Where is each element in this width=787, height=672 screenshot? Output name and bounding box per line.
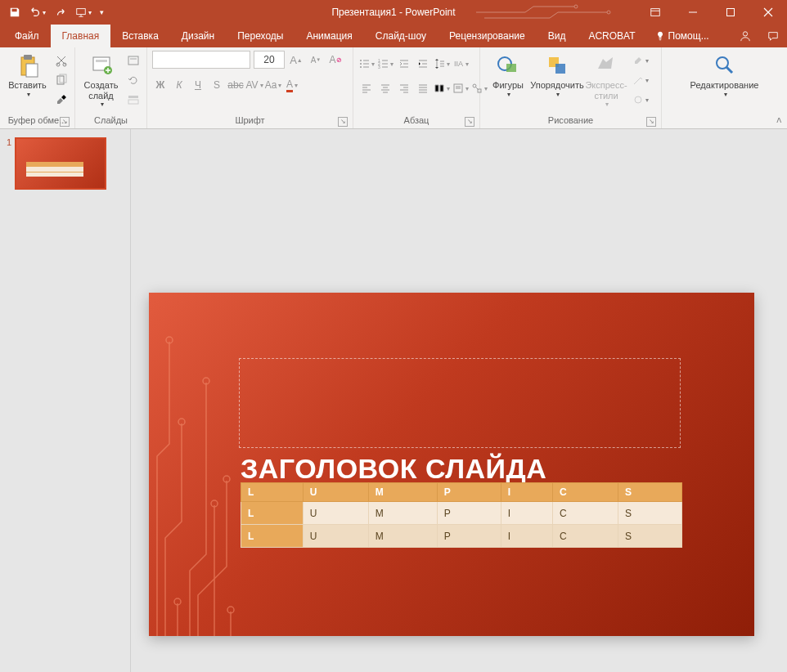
font-dialog-launcher[interactable]: ↘ <box>338 117 348 127</box>
undo-button[interactable] <box>28 2 47 22</box>
table-cell[interactable]: C <box>553 525 618 548</box>
align-left-button[interactable] <box>358 80 375 96</box>
table-cell[interactable]: S <box>618 525 682 548</box>
copy-icon <box>55 74 68 87</box>
redo-button[interactable] <box>51 2 70 22</box>
collapse-ribbon-button[interactable]: ʌ <box>776 114 782 125</box>
table-cell[interactable]: U <box>303 502 368 525</box>
numbering-button[interactable]: 123 <box>377 56 394 72</box>
align-text-button[interactable] <box>452 80 469 96</box>
tab-home[interactable]: Главная <box>51 25 111 47</box>
font-color-button[interactable]: A <box>284 77 300 93</box>
table-cell[interactable]: I <box>501 502 552 525</box>
underline-button[interactable]: Ч <box>190 77 206 93</box>
outdent-icon <box>398 58 410 69</box>
slide-section-button[interactable] <box>125 92 142 108</box>
slide[interactable]: ЗАГОЛОВОК СЛАЙДА L U M P I C S L U M P I <box>149 293 754 636</box>
shrink-font-button[interactable]: A▼ <box>308 52 324 68</box>
line-spacing-button[interactable] <box>434 56 450 72</box>
table-cell[interactable]: U <box>303 525 368 548</box>
table-cell[interactable]: L <box>241 483 304 502</box>
start-from-beginning-button[interactable] <box>74 2 93 22</box>
table-cell[interactable]: C <box>553 502 618 525</box>
title-placeholder[interactable] <box>239 358 681 448</box>
ribbon: Вставить Буфер обме...↘ Создать слайд Сл… <box>0 47 787 129</box>
tab-transitions[interactable]: Переходы <box>226 25 295 47</box>
table-cell[interactable]: P <box>437 525 501 548</box>
ribbon-display-button[interactable] <box>636 0 674 25</box>
maximize-button[interactable] <box>712 0 749 25</box>
align-center-button[interactable] <box>377 80 394 96</box>
columns-button[interactable] <box>434 80 450 96</box>
tab-view[interactable]: Вид <box>537 25 578 47</box>
bullets-button[interactable] <box>358 56 375 72</box>
quick-styles-button[interactable]: Экспресс-стили <box>583 51 629 108</box>
arrange-button[interactable]: Упорядочить <box>534 51 580 98</box>
table-cell[interactable]: U <box>303 483 368 502</box>
find-icon <box>712 52 738 78</box>
qat-customize-button[interactable]: ▾ <box>97 2 106 22</box>
new-slide-button[interactable]: Создать слайд <box>80 51 122 108</box>
bold-button[interactable]: Ж <box>152 77 169 93</box>
slide-canvas-area[interactable]: ЗАГОЛОВОК СЛАЙДА L U M P I C S L U M P I <box>131 129 787 672</box>
table-cell[interactable]: S <box>618 502 682 525</box>
tab-animations[interactable]: Анимация <box>295 25 363 47</box>
table-cell[interactable]: L <box>241 502 304 525</box>
table-cell[interactable]: L <box>241 525 304 548</box>
font-size-input[interactable] <box>254 51 285 69</box>
shape-fill-button[interactable] <box>632 52 649 69</box>
table-cell[interactable]: M <box>368 483 437 502</box>
table-cell[interactable]: M <box>368 502 437 525</box>
copy-button[interactable] <box>53 72 70 88</box>
tab-design[interactable]: Дизайн <box>170 25 226 47</box>
tab-acrobat[interactable]: ACROBAT <box>577 25 646 47</box>
justify-button[interactable] <box>415 80 431 96</box>
slide-reset-button[interactable] <box>125 72 142 88</box>
shape-outline-button[interactable] <box>632 72 649 88</box>
table-cell[interactable]: P <box>437 483 501 502</box>
table-cell[interactable]: I <box>501 483 552 502</box>
grow-font-button[interactable]: A▲ <box>288 52 304 68</box>
tab-review[interactable]: Рецензирование <box>438 25 537 47</box>
table-cell[interactable]: C <box>553 483 618 502</box>
font-name-input[interactable] <box>152 51 250 69</box>
tell-me-help[interactable]: Помощ... <box>647 25 717 47</box>
editing-button[interactable]: Редактирование <box>702 51 748 98</box>
shape-effects-button[interactable] <box>632 92 649 108</box>
comments-button[interactable] <box>759 25 787 47</box>
slide-layout-button[interactable] <box>125 52 142 69</box>
align-right-button[interactable] <box>396 80 412 96</box>
paragraph-dialog-launcher[interactable]: ↘ <box>465 117 474 127</box>
shadow-button[interactable]: S <box>209 77 225 93</box>
decrease-indent-button[interactable] <box>396 56 412 72</box>
italic-button[interactable]: К <box>171 77 187 93</box>
slide-thumbnail-1[interactable]: 1 <box>7 137 124 190</box>
change-case-button[interactable]: Aa <box>265 77 281 93</box>
strikethrough-button[interactable]: abc <box>227 77 244 93</box>
table-cell[interactable]: P <box>437 502 501 525</box>
table-cell[interactable]: I <box>501 525 552 548</box>
save-button[interactable] <box>5 2 25 22</box>
thumbnail-preview <box>15 137 106 190</box>
tab-slideshow[interactable]: Слайд-шоу <box>364 25 438 47</box>
table-cell[interactable]: M <box>368 525 437 548</box>
char-spacing-button[interactable]: AV <box>246 77 263 93</box>
cut-button[interactable] <box>53 52 70 69</box>
section-icon <box>127 93 140 106</box>
clipboard-dialog-launcher[interactable]: ↘ <box>60 117 70 127</box>
tab-file[interactable]: Файл <box>3 25 51 47</box>
minimize-button[interactable] <box>674 0 712 25</box>
tab-insert[interactable]: Вставка <box>110 25 170 47</box>
shapes-button[interactable]: Фигуры <box>485 51 531 98</box>
table-cell[interactable]: S <box>618 483 682 502</box>
slide-table[interactable]: L U M P I C S L U M P I C S <box>241 482 682 548</box>
slide-title-text[interactable]: ЗАГОЛОВОК СЛАЙДА <box>241 453 546 485</box>
increase-indent-button[interactable] <box>415 56 431 72</box>
sign-in-button[interactable] <box>731 25 759 47</box>
format-painter-button[interactable] <box>53 92 70 108</box>
paste-button[interactable]: Вставить <box>5 51 50 98</box>
close-button[interactable] <box>749 0 787 25</box>
drawing-dialog-launcher[interactable]: ↘ <box>646 117 656 127</box>
text-direction-button[interactable]: IIA <box>452 56 469 72</box>
clear-formatting-button[interactable]: A⊘ <box>327 52 344 68</box>
